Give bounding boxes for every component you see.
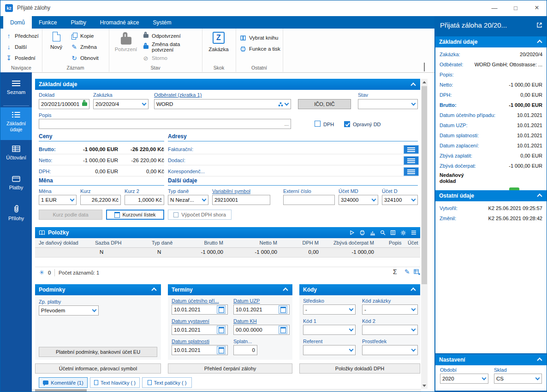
ribbon-tab-domu[interactable]: Domů <box>3 16 32 29</box>
column-header[interactable]: Popis <box>389 240 402 246</box>
ribbon-tab-system[interactable]: Systém <box>146 16 178 29</box>
maximize-button[interactable]: □ <box>505 0 526 15</box>
sidebar-item-uctovani[interactable]: Účtování <box>0 141 32 171</box>
tab-text-hlavicky[interactable]: Text hlavičky ( ) <box>90 377 140 388</box>
datum-uzp-field[interactable]: 10.01.2021 <box>233 304 290 315</box>
calendar-button[interactable] <box>217 346 226 354</box>
mena-combo[interactable]: 1 EUR <box>39 195 77 205</box>
edit-pencil-icon[interactable]: ✎ <box>404 268 410 275</box>
variabilni-symbol-label[interactable]: Variabilní symbol <box>212 188 250 194</box>
horizontal-scroll-thumb[interactable] <box>35 389 87 392</box>
kurz-input[interactable] <box>80 195 121 205</box>
scroll-down-button[interactable] <box>421 382 428 389</box>
stredisko-combo[interactable]: - <box>303 304 356 315</box>
column-header[interactable]: DPH M <box>282 240 319 246</box>
podminky-header[interactable]: Podmínky <box>35 284 161 295</box>
column-header[interactable]: Brutto M <box>178 240 223 246</box>
functions-print-button[interactable]: Funkce a tisk <box>239 44 280 53</box>
terminy-header[interactable]: Termíny <box>168 284 292 295</box>
popis-field[interactable]: ... <box>39 119 291 129</box>
calendar-button[interactable] <box>217 326 226 334</box>
confirm-button[interactable]: Potvrzení <box>113 32 139 52</box>
doklad-field[interactable]: 20/2021/100001 <box>39 99 89 109</box>
minimize-button[interactable]: — <box>484 0 505 15</box>
referent-combo[interactable] <box>303 345 356 355</box>
ribbon-tab-platby[interactable]: Platby <box>64 16 93 29</box>
zp-platby-combo[interactable]: Převodem <box>39 305 99 316</box>
datum-splatnosti-field[interactable]: 10.01.2021 <box>172 345 228 355</box>
refresh-record-button[interactable]: ↻ Obnovit <box>71 53 99 63</box>
columns-icon[interactable] <box>390 230 396 235</box>
sidebar-item-platby[interactable]: Platby <box>0 172 32 200</box>
print-icon[interactable] <box>359 230 365 235</box>
datum-vystaveni-label[interactable]: Datum vystavení <box>172 318 209 324</box>
storno-button[interactable]: ⊘ Storno <box>142 53 167 63</box>
column-header[interactable]: Sazba DPH <box>95 240 121 246</box>
close-button[interactable]: × <box>526 0 547 15</box>
sidebar-item-prilohy[interactable]: Přílohy <box>0 200 32 230</box>
column-header[interactable]: Netto M <box>231 240 277 246</box>
add-table-icon[interactable] <box>414 269 420 275</box>
popout-icon[interactable] <box>536 22 542 28</box>
tab-text-paticky[interactable]: Text patičky ( ) <box>142 377 192 388</box>
copy-record-button[interactable]: Kopie <box>71 31 94 41</box>
dodaci-address-button[interactable] <box>404 156 419 165</box>
previous-record-button[interactable]: ↑ Předchozí <box>5 31 39 41</box>
ucet-d-combo[interactable]: 324100 <box>382 195 418 205</box>
ucetni-informace-button[interactable]: Účetní informace, párovací symbol <box>35 363 161 374</box>
korespondencni-address-button[interactable] <box>404 167 419 176</box>
datum-ucetniho-label[interactable]: Datum účetního pří... <box>172 298 219 304</box>
zakazka-combo[interactable]: 20/2020/4 <box>93 99 149 109</box>
panel-section-nastaveni[interactable]: Nastavení <box>435 354 547 365</box>
sidebar-item-zakladni-udaje[interactable]: Základní údaje <box>0 107 32 140</box>
kurz2-input[interactable] <box>125 195 164 205</box>
scroll-up-button[interactable] <box>421 79 428 85</box>
calendar-button[interactable] <box>217 305 226 314</box>
change-confirm-date-button[interactable]: Změna data potvrzení <box>142 42 202 52</box>
polozky-dokladu-dph-button[interactable]: Položky dokladů DPH <box>299 363 420 374</box>
horizontal-scrollbar[interactable] <box>32 389 421 392</box>
new-record-button[interactable]: Nový <box>46 32 67 50</box>
kurz-podle-data-button[interactable]: Kurz podle data <box>39 210 102 220</box>
ellipsis-button[interactable]: ... <box>284 121 289 127</box>
column-header[interactable]: Typ daně <box>152 240 172 246</box>
sum-icon[interactable]: Σ <box>393 268 397 275</box>
calendar-button[interactable] <box>279 305 287 314</box>
sklad-combo[interactable]: CS <box>494 374 542 384</box>
gear-icon[interactable] <box>400 230 406 236</box>
splatnost-field[interactable]: 0 <box>233 345 257 355</box>
panel-section-ostatni-udaje[interactable]: Ostatní údaje <box>435 190 547 201</box>
column-header[interactable]: Zbývá dočerpat M <box>323 240 374 246</box>
calendar-button[interactable] <box>279 326 287 334</box>
datum-ucetniho-field[interactable]: 10.01.2021 <box>172 304 228 315</box>
prostredek-combo[interactable] <box>362 345 418 355</box>
search-icon[interactable] <box>380 230 386 235</box>
panel-section-zakladni-udaje[interactable]: Základní údaje <box>435 36 547 47</box>
obdobi-combo[interactable]: 2020 <box>440 374 488 384</box>
kody-header[interactable]: Kódy <box>299 284 420 295</box>
dph-checkbox[interactable] <box>315 121 321 127</box>
chart-icon[interactable] <box>370 230 375 235</box>
prehled-cerpani-button[interactable]: Přehled čerpání zálohy <box>168 363 292 374</box>
menu-icon[interactable] <box>411 230 416 235</box>
kod2-combo[interactable] <box>362 325 418 335</box>
goto-zakazka-button[interactable]: Z Zakázka <box>206 32 232 52</box>
datum-vystaveni-field[interactable]: 10.01.2021 <box>172 325 228 335</box>
kod-zakazky-combo[interactable]: - <box>362 304 418 315</box>
column-header[interactable]: Účet <box>408 240 418 246</box>
unconfirm-button[interactable]: Odpotvrzení <box>142 31 181 41</box>
odberatel-label[interactable]: Odběratel (zkratka 1) <box>154 92 202 98</box>
ribbon-tab-hromadne-akce[interactable]: Hromadné akce <box>93 16 146 29</box>
play-icon[interactable] <box>349 230 355 235</box>
platebni-podminky-button[interactable]: Platební podmínky, bankovní účet EU <box>39 347 157 357</box>
edit-record-button[interactable]: ✎ Změna <box>71 42 97 52</box>
tab-komentare[interactable]: Komentáře (1) <box>39 377 88 388</box>
ucet-md-combo[interactable]: 324000 <box>339 195 378 205</box>
vypocet-dph-shora-toggle[interactable]: Výpočet DPH shora <box>168 210 232 220</box>
stav-combo[interactable] <box>358 99 418 109</box>
section-header-zakladni-udaje[interactable]: Základní údaje <box>35 79 420 90</box>
fakturacni-address-button[interactable] <box>404 145 419 154</box>
column-header[interactable]: Je daňový doklad <box>39 240 78 246</box>
kurzovni-listek-button[interactable]: Kurzovní lístek <box>106 210 164 220</box>
variabilni-symbol-input[interactable] <box>212 195 270 205</box>
